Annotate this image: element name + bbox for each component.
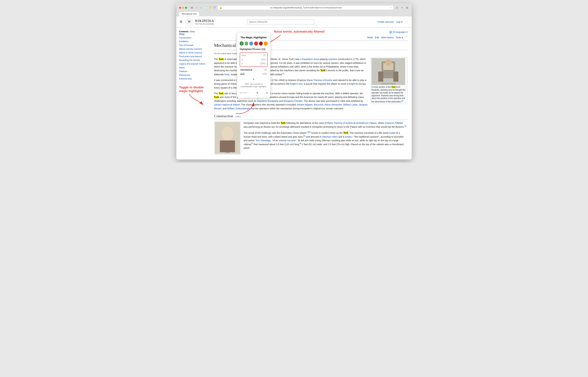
schonbrunn-link[interactable]: Schönbrunn Palace	[356, 122, 377, 124]
shield-icon: 🛡	[213, 6, 216, 9]
allgaier-link[interactable]: Johann Allgaier	[297, 103, 313, 106]
read-tab[interactable]: Read	[367, 35, 373, 39]
franklin-link[interactable]: Benjamin Franklin	[284, 100, 303, 102]
knight-link[interactable]: knight	[349, 82, 355, 85]
sidebar-item-external[interactable]: External links	[179, 77, 207, 81]
popup-footer: ⌘-F(TW)™ ✕ ≡	[240, 89, 268, 95]
ottoman-robes-link[interactable]: Ottoman robes	[322, 135, 338, 138]
swatch-green[interactable]	[245, 42, 248, 46]
model-link[interactable]: model	[389, 131, 395, 134]
highlight-turk-4: Turk	[219, 92, 224, 95]
schlumberger-link[interactable]: William Schlumberger	[227, 107, 250, 110]
login-link[interactable]: Log in	[396, 21, 403, 23]
fullscreen-button[interactable]	[185, 7, 187, 9]
sidebar-item-final-years[interactable]: Final years and beyond	[179, 55, 207, 58]
swatch-check[interactable]: ✓	[240, 42, 244, 46]
chess-link[interactable]: chess	[313, 58, 319, 60]
wiki-main: Contents [hide] (Top) Construction Exhib…	[176, 28, 412, 159]
sidebar-item-references[interactable]: References	[179, 73, 207, 77]
figure-left-construction: Portrait	[214, 121, 241, 155]
browser-window: ⊞ ‹ › 🕐 ⚡ 🛡 🔒 en.wikipedia.org/wiki/Mech…	[176, 3, 412, 159]
phrase-is[interactable]: is (242)	[241, 58, 267, 62]
boncourt-link[interactable]: Boncourt	[314, 103, 323, 106]
more-options-icon[interactable]: ⋯	[405, 20, 408, 24]
swatch-orange[interactable]	[264, 42, 268, 46]
settings-lines-button[interactable]: ≡	[266, 91, 268, 95]
svg-text:Portrait: Portrait	[225, 152, 230, 153]
turk-cross-section-image: Cross-section diagram	[372, 58, 405, 85]
lock-icon: 🔒	[219, 7, 222, 9]
back-button[interactable]: ‹	[195, 6, 198, 10]
browser-controls: ⊞ ‹ › 🕐 ⚡ 🛡 🔒 en.wikipedia.org/wiki/Mech…	[179, 5, 409, 10]
sidebar-item-malzel-america[interactable]: Mälzel in North America	[179, 51, 207, 55]
fraudulent-link[interactable]: a fraudulent	[300, 58, 312, 60]
construction-heading: Construction [ edit ]	[214, 113, 408, 120]
oriental-link[interactable]: oriental sorcerer	[279, 139, 296, 142]
sidebar-item-exhibition[interactable]: Exhibition	[179, 40, 207, 43]
tab-grid-button[interactable]: ⊞	[190, 6, 194, 10]
search-input[interactable]	[247, 19, 314, 24]
minimize-button[interactable]	[182, 7, 184, 9]
sidebar-item-construction[interactable]: Construction	[179, 36, 207, 40]
sidebar-item-notes[interactable]: Notes	[179, 66, 207, 70]
machine-link[interactable]: machine	[328, 58, 337, 60]
highlight-turk-1: Turk	[391, 86, 396, 88]
construction-edit-link[interactable]: [ edit ]	[235, 115, 241, 118]
forward-button[interactable]: ›	[200, 6, 202, 10]
hoax-link[interactable]: hoax	[224, 73, 229, 76]
page-content: ☰ W WIKIPEDIA The Free Encyclopedia	[176, 16, 412, 159]
view-history-tab[interactable]: View history	[381, 35, 394, 39]
new-tab-button[interactable]: +	[400, 6, 404, 10]
figure-caption-1: A cross-section of the Turk from Racknit…	[372, 86, 407, 103]
edit-tab[interactable]: Edit	[375, 35, 379, 39]
wiki-article: 🌐 32 languages ▾ Read Edit View history …	[210, 28, 412, 159]
sidebar-item-tour[interactable]: Tour of Europe	[179, 43, 207, 47]
close-button[interactable]	[179, 7, 181, 9]
phrase-mechanical[interactable]: mechanical (0)	[240, 68, 268, 72]
swatch-blue[interactable]	[249, 42, 253, 46]
sidebar-item-legacy[interactable]: Legacy and popular culture	[179, 62, 207, 66]
phrase-what[interactable]: what (3)	[241, 53, 267, 58]
hide-button[interactable]: [hide]	[190, 30, 195, 33]
svg-text:Cross-section diagram: Cross-section diagram	[381, 83, 396, 84]
maria-theresa-link[interactable]: Maria Theresa of Austria	[307, 79, 332, 82]
refresh-icon[interactable]: ↻	[390, 7, 392, 9]
add-phrase-button[interactable]: +	[240, 77, 268, 82]
hamburger-menu[interactable]: ☰	[180, 20, 182, 24]
active-tab[interactable]: Mechanical Turk	[179, 12, 199, 16]
translate-icon: 🌐	[389, 30, 392, 34]
sidebar-item-citations[interactable]: Citations	[179, 70, 207, 73]
wikipedia-title: WIKIPEDIA	[195, 19, 214, 23]
star-icon[interactable]: ☆	[405, 35, 408, 40]
extension-icon-2: ⚡	[209, 6, 212, 9]
language-selector[interactable]: 🌐 32 languages ▾	[389, 30, 408, 34]
highlight-turk-2: Turk	[219, 58, 224, 60]
sidebar-item-revealing[interactable]: Revealing the secrets	[179, 58, 207, 62]
knights-tour-link[interactable]: knight's tour	[290, 82, 302, 85]
figure-right-1: Cross-section diagram A cross-section of…	[371, 57, 408, 104]
address-bar[interactable]: 🔒 en.wikipedia.org/wiki/Mechanical_Turk?…	[217, 5, 394, 10]
malzel-link[interactable]: Johann Nepomuk Mälzel	[214, 103, 240, 106]
tabs-button[interactable]: ⧉	[405, 6, 409, 10]
contents-header: Contents [hide]	[179, 30, 207, 33]
share-button[interactable]: ⎙	[395, 6, 399, 10]
sidebar-item-malzel-machine[interactable]: Mälzel and the machine	[179, 47, 207, 51]
portrait-svg: Portrait	[215, 122, 240, 154]
sidebar-item-top[interactable]: (Top)	[179, 33, 207, 35]
lewis-link[interactable]: William Lewis	[343, 103, 358, 106]
phrase-turk-word: turk	[240, 72, 245, 76]
swatch-darkred[interactable]	[259, 42, 263, 46]
napoleon-link[interactable]: Napoleon Bonaparte	[257, 100, 278, 102]
swatch-red[interactable]	[254, 42, 258, 46]
phrase-a[interactable]: a (2841)	[241, 62, 267, 66]
turban-link[interactable]: turban	[345, 135, 352, 138]
maria-theresa-austria-link[interactable]: Maria Theresa of Austria	[327, 122, 353, 124]
standage-link[interactable]: Tom Standage	[255, 139, 271, 142]
alexandre-link[interactable]: Aaron Alexandre	[324, 103, 342, 106]
create-account-link[interactable]: Create account	[378, 21, 394, 23]
sidebar-nav: Construction Exhibition Tour of Europe M…	[179, 36, 207, 81]
phrase-turk[interactable]: turk (139)	[240, 72, 268, 76]
toggle-highlights-button[interactable]: ✕	[256, 91, 258, 95]
tools-tab[interactable]: Tools ▾	[396, 35, 403, 39]
pelletier-link[interactable]: François Pelletier	[385, 122, 403, 124]
